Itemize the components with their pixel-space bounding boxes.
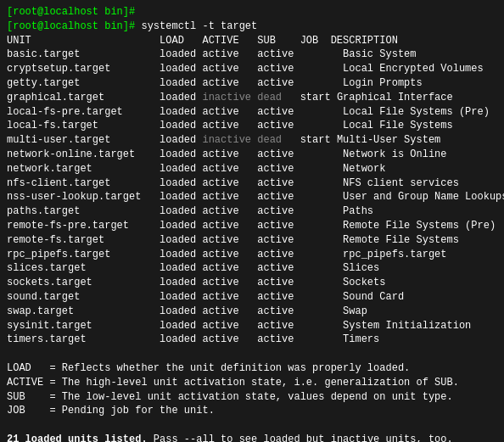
table-row: sockets.target loaded active active Sock… bbox=[7, 276, 497, 290]
legend-active: ACTIVE = The high-level unit activation … bbox=[7, 376, 497, 390]
table-row: network.target loaded active active Netw… bbox=[7, 162, 497, 176]
blank-line bbox=[7, 347, 497, 361]
table-row: sound.target loaded active active Sound … bbox=[7, 290, 497, 305]
table-row: paths.target loaded active active Paths bbox=[7, 204, 497, 219]
legend-sub: SUB = The low-level unit activation stat… bbox=[7, 390, 497, 405]
cmd-line-1: [root@localhost bin]# systemctl -t targe… bbox=[7, 20, 497, 34]
legend-job: JOB = Pending job for the unit. bbox=[7, 404, 497, 418]
table-row: timers.target loaded active active Timer… bbox=[7, 333, 497, 347]
table-row: graphical.target loaded inactive dead st… bbox=[7, 91, 497, 105]
table-row: rpc_pipefs.target loaded active active r… bbox=[7, 248, 497, 262]
table-row: cryptsetup.target loaded active active L… bbox=[7, 62, 497, 76]
table-row: getty.target loaded active active Login … bbox=[7, 76, 497, 91]
table-row: remote-fs.target loaded active active Re… bbox=[7, 233, 497, 248]
table-row: sysinit.target loaded active active Syst… bbox=[7, 319, 497, 333]
table-row: basic.target loaded active active Basic … bbox=[7, 48, 497, 62]
table-row: local-fs.target loaded active active Loc… bbox=[7, 119, 497, 133]
terminal-window: { "terminal": { "prompt1": "[root@localh… bbox=[7, 5, 497, 442]
prompt-line-1: [root@localhost bin]# bbox=[7, 5, 497, 20]
legend-load: LOAD = Reflects whether the unit definit… bbox=[7, 361, 497, 376]
summary-line: 21 loaded units listed. Pass --all to se… bbox=[7, 433, 497, 442]
table-row: swap.target loaded active active Swap bbox=[7, 305, 497, 319]
table-row: local-fs-pre.target loaded active active… bbox=[7, 105, 497, 120]
blank-line-2 bbox=[7, 418, 497, 433]
table-row: nfs-client.target loaded active active N… bbox=[7, 176, 497, 191]
table-row: slices.target loaded active active Slice… bbox=[7, 261, 497, 276]
table-header: UNIT LOAD ACTIVE SUB JOB DESCRIPTION bbox=[7, 34, 497, 48]
table-row: nss-user-lookup.target loaded active act… bbox=[7, 190, 497, 204]
table-row: multi-user.target loaded inactive dead s… bbox=[7, 133, 497, 148]
table-row: remote-fs-pre.target loaded active activ… bbox=[7, 219, 497, 233]
table-row: network-online.target loaded active acti… bbox=[7, 148, 497, 162]
